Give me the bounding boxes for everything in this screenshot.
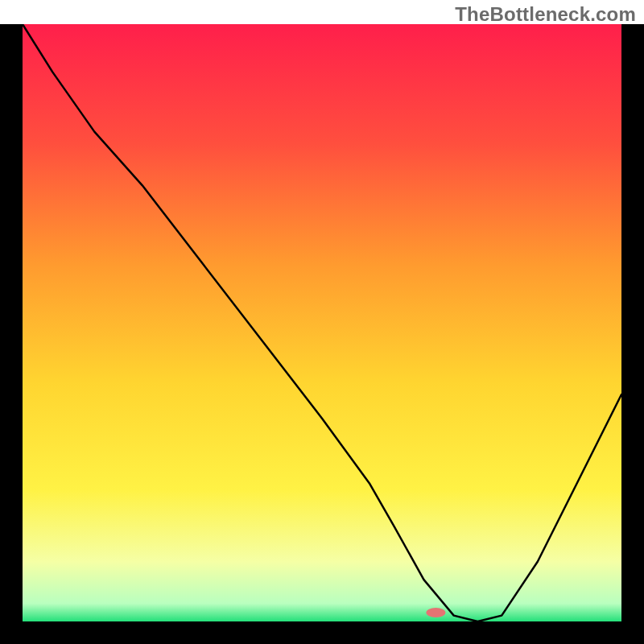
frame-bar-0: [0, 24, 23, 644]
chart-svg: [0, 24, 644, 644]
plot-area: [0, 24, 644, 644]
marker-selected-point: [426, 608, 445, 617]
gradient-background: [23, 24, 621, 621]
frame-bar-2: [0, 621, 644, 644]
frame-bar-1: [621, 24, 644, 644]
chart-frame: TheBottleneck.com: [0, 0, 644, 644]
watermark-label: TheBottleneck.com: [455, 3, 636, 26]
